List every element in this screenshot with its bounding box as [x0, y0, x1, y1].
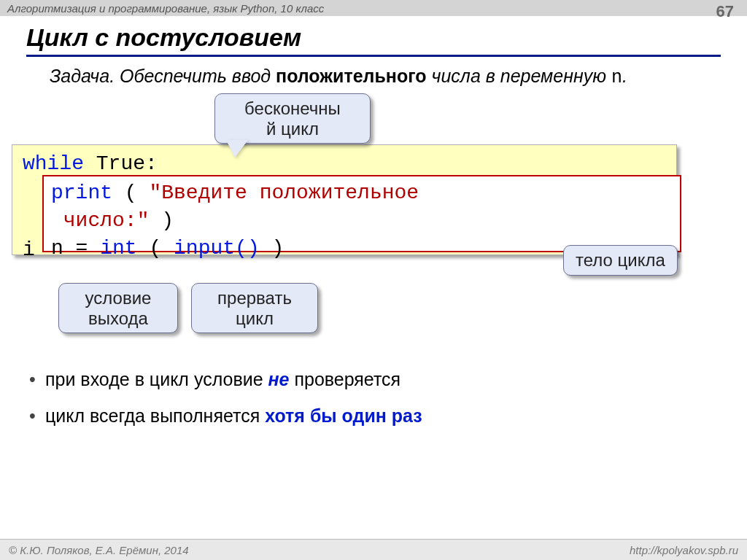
callout-exit-condition: условие выхода	[58, 283, 178, 333]
bullet-item: при входе в цикл условие не проверяется	[26, 365, 725, 394]
footer-bar: © К.Ю. Поляков, Е.А. Ерёмин, 2014 http:/…	[0, 539, 747, 560]
page-number: 67	[716, 2, 734, 21]
footer-right: http://kpolyakov.spb.ru	[630, 544, 738, 556]
bullet-list: при входе в цикл условие не проверяется …	[26, 365, 725, 438]
callout-break: прервать цикл	[191, 283, 318, 333]
header-bar: Алгоритмизация и программирование, язык …	[0, 0, 747, 16]
footer-left: © К.Ю. Поляков, Е.А. Ерёмин, 2014	[9, 544, 189, 556]
callout-tail-icon	[226, 140, 248, 158]
task-var: n	[611, 67, 622, 88]
task-label: Задача	[50, 66, 109, 86]
slide-title: Цикл с постусловием	[26, 23, 721, 57]
loop-body-box: print ( "Введите положительное число:" )…	[42, 175, 681, 252]
breadcrumb: Алгоритмизация и программирование, язык …	[7, 2, 324, 15]
task-text: Задача. Обеспечить ввод положительного ч…	[32, 64, 721, 90]
code-line-print2: число:" )	[51, 207, 673, 235]
code-line-print: print ( "Введите положительное	[51, 179, 673, 207]
callout-loop-body: тело цикла	[563, 245, 678, 276]
callout-infinite-loop: бесконечны й цикл	[214, 93, 371, 144]
bullet-item: цикл всегда выполняется хотя бы один раз	[26, 401, 725, 430]
